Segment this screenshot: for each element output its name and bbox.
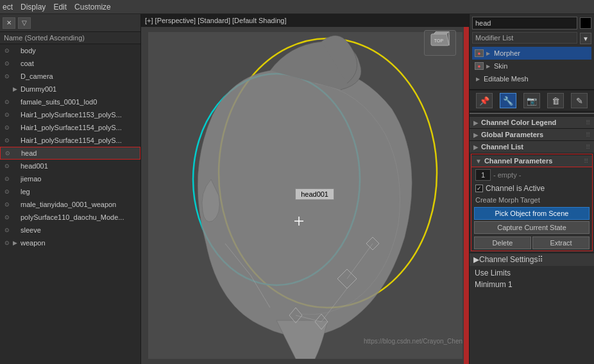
channel-number-row: 1 - empty -	[471, 167, 592, 183]
editable-mesh-label: Editable Mesh	[484, 75, 529, 83]
object-name-input[interactable]	[472, 17, 577, 29]
item-label: jiemao	[21, 175, 41, 183]
eye-icon[interactable]: ⊙	[3, 161, 12, 170]
section-global-parameters[interactable]: ▶ Global Parameters ⠿	[470, 128, 594, 140]
channel-number[interactable]: 1	[475, 169, 491, 181]
menu-bar: ect Display Edit Customize	[0, 0, 594, 14]
item-label: D_camera	[21, 72, 53, 80]
channel-color-legend-title: Channel Color Legend	[481, 119, 556, 126]
name-row	[472, 17, 591, 29]
section-channel-settings[interactable]: ▶ Channel Settings ⠿	[470, 252, 594, 266]
eye-icon[interactable]: ⊙	[3, 226, 12, 235]
eye-icon[interactable]: ⊙	[3, 72, 12, 81]
modifier-dropdown-btn[interactable]: ▼	[580, 33, 591, 44]
scene-item-Hair1_polySurface1153_polyS___[interactable]: ⊙ Hair1_polySurface1153_polyS...	[0, 108, 140, 121]
morpher-eye-icon[interactable]: ●	[475, 49, 484, 57]
scene-item-sleeve[interactable]: ⊙ sleeve	[0, 224, 140, 236]
channel-settings-title: Channel Settings	[479, 255, 538, 264]
scene-item-D_camera[interactable]: ⊙ D_camera	[0, 70, 140, 83]
item-label: Hair1_polySurface1154_polyS...	[21, 136, 122, 144]
scene-list[interactable]: ⊙ body⊙ coat⊙ D_camera ▶Dummy001⊙ famale…	[0, 44, 140, 364]
channel-color-legend-handle: ⠿	[586, 119, 590, 126]
create-morph-label: Create Morph Target	[471, 194, 592, 206]
viewport[interactable]: [+] [Perspective] [Standard] [Default Sh…	[141, 14, 469, 364]
modifier-morpher[interactable]: ● ▶ Morpher	[472, 47, 591, 60]
toolbar-close-btn[interactable]: ✕	[3, 17, 15, 29]
eye-icon[interactable]: ⊙	[3, 149, 12, 158]
channel-settings-arrow: ▶	[473, 255, 479, 264]
skin-eye-icon[interactable]: ●	[475, 62, 484, 70]
scene-item-head[interactable]: ⊙ head	[0, 147, 140, 160]
item-label: head	[21, 149, 37, 157]
use-limits-label: Use Limits	[475, 269, 511, 277]
modifier-list-label: Modifier List	[472, 32, 577, 44]
menu-item-ect[interactable]: ect	[3, 3, 13, 12]
toolbar-edit-icon[interactable]: ✎	[571, 93, 588, 108]
eye-icon[interactable]: ⊙	[3, 174, 12, 183]
eye-icon[interactable]: ⊙	[3, 136, 12, 145]
scene-item-Hair1_polySurface1154_polyS___[interactable]: ⊙ Hair1_polySurface1154_polyS...	[0, 134, 140, 147]
toolbar-trash-icon[interactable]: 🗑	[547, 93, 564, 108]
expand-icon[interactable]: ▶	[13, 240, 19, 246]
toolbar-filter-btn[interactable]: ▽	[18, 17, 31, 29]
eye-icon[interactable]: ⊙	[3, 200, 12, 209]
scene-item-leg[interactable]: ⊙ leg	[0, 185, 140, 198]
eye-icon[interactable]: ⊙	[3, 110, 12, 119]
delete-btn[interactable]: Delete	[474, 236, 531, 249]
global-parameters-arrow: ▶	[473, 131, 479, 138]
eye-icon[interactable]: ⊙	[3, 213, 12, 222]
channel-empty: - empty -	[493, 171, 521, 179]
right-top: Modifier List ▼ ● ▶ Morpher ● ▶	[470, 14, 594, 90]
item-label: body	[21, 47, 36, 54]
scene-item-polySurface110_daochu_Mode___[interactable]: ⊙ polySurface110_daochu_Mode...	[0, 211, 140, 224]
scene-item-weapon[interactable]: ⊙▶weapon	[0, 236, 140, 249]
modifier-editable-mesh[interactable]: ▶ Editable Mesh	[472, 72, 591, 85]
section-channel-parameters: ▼ Channel Parameters ⠿ 1 - empty - ✓ Cha…	[471, 154, 593, 251]
item-label: weapon	[21, 239, 46, 247]
scene-item-coat[interactable]: ⊙ coat	[0, 57, 140, 70]
global-parameters-title: Global Parameters	[481, 131, 543, 138]
item-label: leg	[21, 188, 30, 195]
capture-state-btn[interactable]: Capture Current State	[474, 221, 590, 234]
scene-item-jiemao[interactable]: ⊙ jiemao	[0, 172, 140, 185]
eye-icon[interactable]: ⊙	[3, 187, 12, 196]
toolbar-pin-icon[interactable]: 📌	[476, 93, 493, 108]
scene-item-Hair1_polySurface1154_polyS___[interactable]: ⊙ Hair1_polySurface1154_polyS...	[0, 121, 140, 134]
scene-item-body[interactable]: ⊙ body	[0, 44, 140, 57]
color-swatch[interactable]	[580, 17, 591, 29]
eye-icon[interactable]: ⊙	[3, 97, 12, 106]
pick-object-btn[interactable]: Pick Object from Scene	[474, 207, 590, 220]
extract-btn[interactable]: Extract	[532, 236, 590, 249]
item-label: sleeve	[21, 226, 41, 234]
section-channel-color-legend[interactable]: ▶ Channel Color Legend ⠿	[470, 116, 594, 128]
channel-list-handle: ⠿	[586, 144, 590, 151]
eye-icon[interactable]: ⊙	[3, 123, 12, 132]
eye-icon[interactable]: ⊙	[3, 238, 12, 247]
menu-item-edit[interactable]: Edit	[53, 3, 67, 12]
eye-icon-spacer	[3, 85, 12, 94]
viewport-header-text: [+] [Perspective] [Standard] [Default Sh…	[145, 17, 286, 24]
column-header: Name (Sorted Ascending)	[0, 32, 140, 44]
scene-item-Dummy001[interactable]: ▶Dummy001	[0, 83, 140, 95]
morpher-label: Morpher	[494, 49, 520, 57]
toolbar-camera-icon[interactable]: 📷	[523, 93, 540, 108]
scene-item-male_tianyidao_0001_weapon[interactable]: ⊙ male_tianyidao_0001_weapon	[0, 198, 140, 211]
scene-item-head001[interactable]: ⊙ head001	[0, 160, 140, 172]
channel-color-legend-arrow: ▶	[473, 119, 479, 126]
eye-icon[interactable]: ⊙	[3, 46, 12, 55]
modifier-skin[interactable]: ● ▶ Skin	[472, 60, 591, 72]
item-label: Hair1_polySurface1154_polyS...	[21, 124, 122, 131]
eye-icon[interactable]: ⊙	[3, 59, 12, 68]
svg-text:TOP: TOP	[434, 38, 444, 43]
channel-active-checkbox[interactable]: ✓	[475, 185, 483, 192]
expand-icon[interactable]: ▶	[13, 86, 19, 92]
section-channel-list[interactable]: ▶ Channel List ⠿	[470, 140, 594, 153]
scene-item-famale_suits_0001_lod0[interactable]: ⊙ famale_suits_0001_lod0	[0, 95, 140, 108]
navigation-widget[interactable]: TOP	[424, 30, 456, 56]
menu-item-customize[interactable]: Customize	[74, 3, 111, 12]
toolbar-wrench-icon[interactable]: 🔧	[500, 93, 516, 108]
right-panel: Modifier List ▼ ● ▶ Morpher ● ▶	[469, 14, 594, 364]
menu-item-display[interactable]: Display	[21, 3, 46, 12]
channel-parameters-header[interactable]: ▼ Channel Parameters ⠿	[471, 154, 592, 167]
editable-mesh-tri-icon: ▶	[475, 75, 481, 83]
